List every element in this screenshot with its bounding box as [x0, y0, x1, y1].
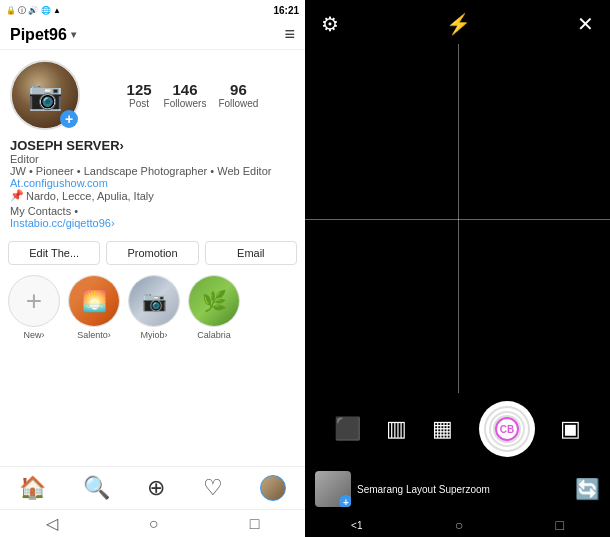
highlight-new-label: New›	[23, 330, 44, 340]
cam-top-bar: ⚙ ⚡ ✕	[305, 0, 610, 44]
nav-add-icon[interactable]: ⊕	[147, 475, 165, 501]
notif-item: + Semarang Layout Superzoom	[315, 471, 490, 507]
cam-notification-bar: + Semarang Layout Superzoom 🔄	[305, 465, 610, 513]
location-text: Nardo, Lecce, Apulia, Italy	[26, 190, 154, 202]
sys-nav-left: ◁ ○ □	[0, 509, 305, 537]
followed-label: Followed	[218, 98, 258, 109]
shutter-inner: CB	[484, 406, 530, 452]
highlight-salento[interactable]: 🌅 Salento›	[68, 275, 120, 340]
sys-nav-right: <1 ○ □	[305, 513, 610, 537]
left-panel: 🔒 ⓘ 🔊 🌐 ▲ 16:21 Pipet96 ▾ ≡ + 125 Post 1…	[0, 0, 305, 537]
notif-add-badge: +	[339, 495, 351, 507]
followers-label: Followers	[164, 98, 207, 109]
zoom-label: <1	[351, 520, 362, 531]
notif-text: Semarang Layout Superzoom	[357, 484, 490, 495]
bio-instabio[interactable]: Instabio.cc/giqetto96›	[10, 217, 295, 229]
highlight-salento-label: Salento›	[77, 330, 111, 340]
crosshair-vertical	[458, 44, 459, 393]
add-to-story-button[interactable]: +	[60, 110, 78, 128]
highlight-calabria-label: Calabria	[197, 330, 231, 340]
posts-count: 125	[127, 81, 152, 98]
bio-name: JOSEPH SERVER›	[10, 138, 295, 153]
promotion-button[interactable]: Promotion	[106, 241, 198, 265]
swap-camera-icon[interactable]: 🔄	[575, 477, 600, 501]
notif-thumbnail: +	[315, 471, 351, 507]
nav-heart-icon[interactable]: ♡	[203, 475, 223, 501]
nav-search-icon[interactable]: 🔍	[83, 475, 110, 501]
highlight-add-circle[interactable]: +	[8, 275, 60, 327]
highlight-salento-circle[interactable]: 🌅	[68, 275, 120, 327]
close-icon[interactable]: ✕	[577, 12, 594, 36]
highlight-calabria[interactable]: 🌿 Calabria	[188, 275, 240, 340]
ig-username[interactable]: Pipet96 ▾	[10, 26, 76, 44]
posts-label: Post	[129, 98, 149, 109]
highlight-add-new[interactable]: + New›	[8, 275, 60, 340]
shutter-button[interactable]: CB	[479, 401, 535, 457]
ig-bottom-nav: 🏠 🔍 ⊕ ♡	[0, 466, 305, 509]
bio-contacts[interactable]: My Contacts •	[10, 205, 295, 217]
app-logo: CB	[489, 411, 525, 447]
home-button-left[interactable]: ○	[149, 515, 159, 533]
svg-text:CB: CB	[500, 424, 514, 435]
bio-location: 📌 Nardo, Lecce, Apulia, Italy	[10, 189, 295, 202]
film-icon-3[interactable]: ▣	[560, 416, 581, 442]
film-icon-2[interactable]: ▥	[386, 416, 407, 442]
username-label: Pipet96	[10, 26, 67, 44]
stat-posts: 125 Post	[127, 81, 152, 109]
followed-count: 96	[230, 81, 247, 98]
cam-viewfinder	[305, 44, 610, 393]
home-button-right[interactable]: ○	[455, 517, 463, 533]
hamburger-icon[interactable]: ≡	[284, 24, 295, 45]
username-caret: ▾	[71, 29, 76, 40]
location-icon: 📌	[10, 189, 24, 202]
avatar-container: +	[10, 60, 80, 130]
highlight-calabria-circle[interactable]: 🌿	[188, 275, 240, 327]
add-highlight-icon: +	[26, 285, 42, 317]
status-left-icons: 🔒 ⓘ 🔊 🌐 ▲	[6, 5, 61, 16]
email-button[interactable]: Email	[205, 241, 297, 265]
nav-profile-avatar[interactable]	[260, 475, 286, 501]
highlight-myjob-circle[interactable]: 📷	[128, 275, 180, 327]
stat-followed: 96 Followed	[218, 81, 258, 109]
bio-description: JW • Pioneer • Landscape Photographer • …	[10, 165, 295, 177]
right-panel: ⚙ ⚡ ✕ ⬛ ▥ ▦ CB ▣	[305, 0, 610, 537]
cam-controls-row: ⬛ ▥ ▦ CB ▣	[305, 393, 610, 465]
bio-section: JOSEPH SERVER› Editor JW • Pioneer • Lan…	[0, 136, 305, 235]
bio-title: Editor	[10, 153, 295, 165]
highlight-calabria-image: 🌿	[189, 276, 239, 326]
status-bar: 🔒 ⓘ 🔊 🌐 ▲ 16:21	[0, 0, 305, 20]
cb-logo-svg: CB	[495, 417, 519, 441]
highlight-myjob-image: 📷	[129, 276, 179, 326]
ig-header: Pipet96 ▾ ≡	[0, 20, 305, 50]
stats-container: 125 Post 146 Followers 96 Followed	[90, 81, 295, 109]
adjust-icon[interactable]: ▦	[432, 416, 453, 442]
stat-followers: 146 Followers	[164, 81, 207, 109]
film-icon-1[interactable]: ⬛	[334, 416, 361, 442]
highlight-myjob[interactable]: 📷 Myiob›	[128, 275, 180, 340]
back-button-left[interactable]: ◁	[46, 514, 58, 533]
bio-link[interactable]: At.configushow.com	[10, 177, 295, 189]
recents-button-left[interactable]: □	[250, 515, 260, 533]
highlight-salento-image: 🌅	[69, 276, 119, 326]
highlight-myjob-label: Myiob›	[140, 330, 167, 340]
profile-section: + 125 Post 146 Followers 96 Followed	[0, 50, 305, 136]
recents-button-right[interactable]: □	[555, 517, 563, 533]
nav-home-icon[interactable]: 🏠	[19, 475, 46, 501]
highlights-row: + New› 🌅 Salento› 📷 Myiob› 🌿 Calabria	[0, 271, 305, 348]
status-time: 16:21	[273, 5, 299, 16]
settings-icon[interactable]: ⚙	[321, 12, 339, 36]
edit-profile-button[interactable]: Edit The...	[8, 241, 100, 265]
app-logo-text: CB	[493, 415, 521, 443]
flash-icon[interactable]: ⚡	[446, 12, 471, 36]
followers-count: 146	[172, 81, 197, 98]
action-buttons: Edit The... Promotion Email	[0, 235, 305, 271]
